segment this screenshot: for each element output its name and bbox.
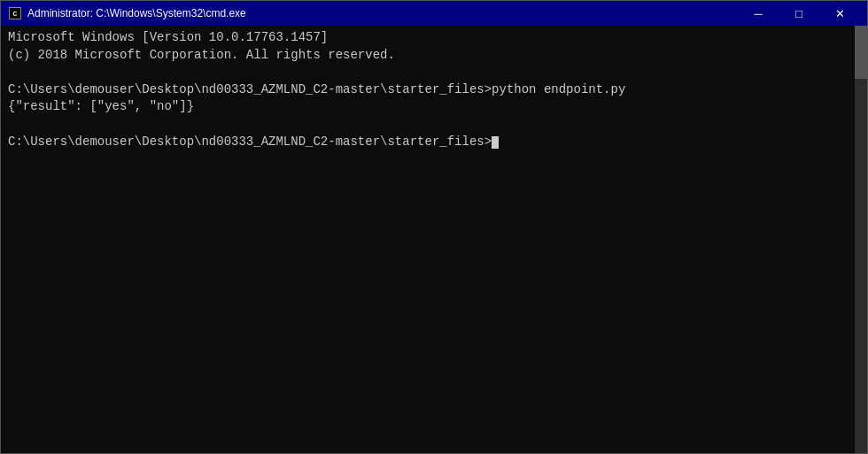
restore-button[interactable]: □: [779, 1, 819, 26]
cmd-icon-area: C: [8, 6, 22, 20]
close-button[interactable]: ✕: [819, 1, 860, 26]
console-line-5: {"result": ["yes", "no"]}: [8, 98, 860, 116]
title-bar-left: C Administrator: C:\Windows\System32\cmd…: [8, 6, 246, 20]
window-controls: ─ □ ✕: [738, 1, 860, 26]
scrollbar-thumb[interactable]: [855, 26, 867, 79]
cmd-icon: C: [9, 7, 21, 19]
console-line-1: Microsoft Windows [Version 10.0.17763.14…: [8, 29, 860, 47]
console-line-3: [8, 64, 860, 81]
console-body[interactable]: Microsoft Windows [Version 10.0.17763.14…: [1, 26, 867, 453]
console-line-6: [8, 116, 860, 134]
console-line-4: C:\Users\demouser\Desktop\nd00333_AZMLND…: [8, 81, 860, 99]
minimize-button[interactable]: ─: [738, 1, 779, 26]
console-line-2: (c) 2018 Microsoft Corporation. All righ…: [8, 47, 860, 65]
console-prompt-line: C:\Users\demouser\Desktop\nd00333_AZMLND…: [8, 134, 860, 151]
cmd-window: C Administrator: C:\Windows\System32\cmd…: [0, 0, 868, 454]
scrollbar[interactable]: [855, 26, 867, 453]
title-bar: C Administrator: C:\Windows\System32\cmd…: [1, 1, 867, 26]
window-title: Administrator: C:\Windows\System32\cmd.e…: [27, 7, 246, 19]
cursor: [492, 136, 499, 149]
